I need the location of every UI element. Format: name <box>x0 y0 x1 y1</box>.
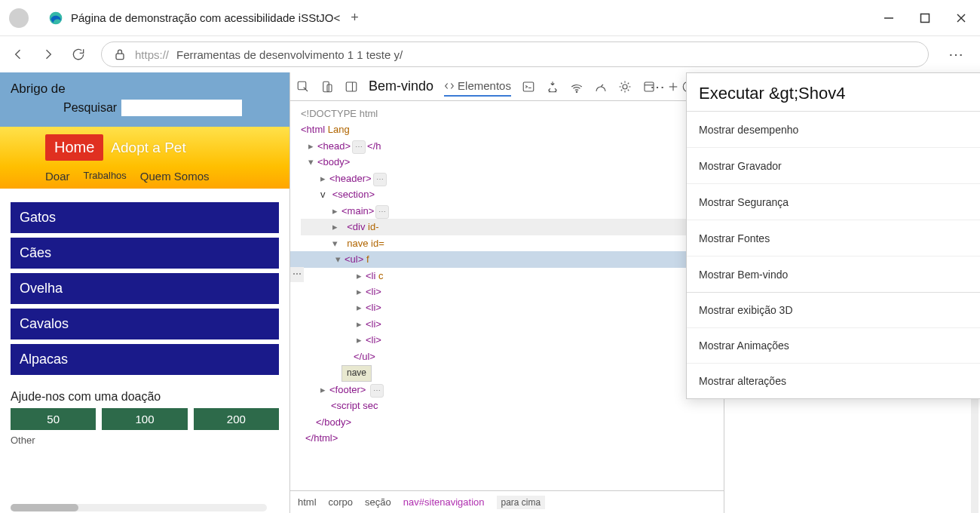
lock-icon <box>112 47 127 62</box>
tab-welcome[interactable]: Bem-vindo <box>369 78 433 94</box>
nav-home[interactable]: Home <box>45 134 103 161</box>
devtools-toolbar: Bem-vindo Elementos ⋯ <box>290 72 724 101</box>
tab-elements[interactable]: Elementos <box>444 79 511 97</box>
bc-nav[interactable]: nav#sitenavigation <box>403 496 485 508</box>
svg-rect-8 <box>327 84 332 92</box>
dropdown-row-label: Mostrar Fontes <box>699 232 770 244</box>
maximize-icon[interactable] <box>920 13 930 23</box>
nav-doar[interactable]: Doar <box>45 170 70 183</box>
nav-adopt[interactable]: Adopt a Pet <box>111 140 185 156</box>
svg-rect-2 <box>921 14 929 22</box>
list-item[interactable]: Ovelha <box>11 273 279 304</box>
address-url: Ferramentas de desenvolvimento 1 1 teste… <box>176 48 403 61</box>
dropdown-row-label: Mostrar desempenho <box>699 124 798 136</box>
search-input[interactable] <box>121 100 242 116</box>
dropdown-row[interactable]: Mostrar desempenhoPainel <box>687 111 980 147</box>
sources-icon[interactable] <box>546 80 559 94</box>
devtools-menu-icon[interactable]: ⋯ <box>645 78 671 96</box>
dropdown-row-label: Mostrar Segurança <box>699 196 789 208</box>
address-bar[interactable]: https://Ferramentas de desenvolvimento 1… <box>101 41 929 67</box>
dropdown-row[interactable]: Mostrar GravadorPainel <box>687 147 980 183</box>
page-nav: Home Adopt a Pet <box>0 127 289 167</box>
bc-body[interactable]: corpo <box>329 496 354 508</box>
list-item[interactable]: Alpacas <box>11 344 279 375</box>
dock-icon[interactable] <box>345 80 358 94</box>
device-icon[interactable] <box>320 80 334 94</box>
dom-tree[interactable]: <!DOCTYPE html <html Lang ▸<head>⋯</h ▾<… <box>290 101 724 490</box>
svg-rect-11 <box>523 82 534 91</box>
donate-title: Ajude-nos com uma doação <box>0 382 289 408</box>
rendered-page: Abrigo de Pesquisar Home Adopt a Pet Doa… <box>0 72 290 513</box>
list-item[interactable]: Gatos <box>11 202 279 233</box>
inspect-icon[interactable] <box>296 80 310 94</box>
nave-pill[interactable]: nave <box>341 365 372 382</box>
performance-icon[interactable] <box>594 80 608 94</box>
svg-point-13 <box>623 84 627 89</box>
svg-point-12 <box>576 91 577 93</box>
dropdown-row-label: Mostrar alterações <box>699 375 786 387</box>
dropdown-row[interactable]: Mostrar Bem-vindoPainel <box>687 256 980 292</box>
dropdown-row[interactable]: Mostrar FontesPainel <box>687 220 980 256</box>
edge-icon <box>48 11 63 26</box>
address-protocol: https:// <box>135 48 169 61</box>
new-tab-button[interactable]: + <box>351 10 359 26</box>
page-brand: Abrigo de <box>11 81 279 97</box>
dropdown-row-label: Mostrar Gravador <box>699 160 782 172</box>
bc-html[interactable]: html <box>298 496 317 508</box>
address-row: https://Ferramentas de desenvolvimento 1… <box>0 36 980 72</box>
browser-menu-icon[interactable]: ⋯ <box>944 45 969 63</box>
list-item[interactable]: Cavalos <box>11 309 279 339</box>
svg-rect-5 <box>116 54 124 60</box>
console-icon[interactable] <box>522 80 535 94</box>
memory-icon[interactable] <box>618 80 632 94</box>
nav-quem[interactable]: Quem Somos <box>140 170 210 183</box>
dropdown-row[interactable]: Mostrar alteraçõesExibição Rápida <box>687 363 980 398</box>
svg-rect-7 <box>323 81 329 92</box>
refresh-icon[interactable] <box>71 47 86 62</box>
donate-50[interactable]: 50 <box>11 408 96 430</box>
bc-section[interactable]: seção <box>365 496 391 508</box>
minimize-icon[interactable] <box>884 13 894 23</box>
dom-breadcrumb: html corpo seção nav#sitenavigation para… <box>290 490 724 513</box>
command-dropdown: Executar &gt;Shov4 Mostrar desempenhoPai… <box>686 72 980 399</box>
search-label: Pesquisar <box>63 101 117 115</box>
network-icon[interactable] <box>570 80 583 94</box>
close-icon[interactable] <box>956 13 966 23</box>
page-horizontal-scrollbar[interactable] <box>11 504 267 511</box>
bc-up[interactable]: para cima <box>497 496 546 509</box>
donate-200[interactable]: 200 <box>194 408 279 430</box>
window-controls <box>884 13 971 23</box>
dropdown-row[interactable]: Mostrar exibição 3DExibição Rápida <box>687 292 980 327</box>
forward-icon[interactable] <box>41 47 56 62</box>
list-item[interactable]: Cães <box>11 238 279 269</box>
dropdown-row[interactable]: Mostrar SegurançaPainel <box>687 183 980 220</box>
dropdown-row[interactable]: Mostrar AnimaçõesExibição Rápida <box>687 327 980 363</box>
user-avatar[interactable] <box>9 8 29 28</box>
browser-tab[interactable]: Página de demonstração com acessibilidad… <box>41 5 366 30</box>
line-menu-icon[interactable]: ⋯ <box>290 267 304 282</box>
dropdown-title: Executar &gt;Shov4 <box>687 73 980 111</box>
donate-100[interactable]: 100 <box>102 408 187 430</box>
dropdown-row-label: Mostrar Animações <box>699 339 789 352</box>
svg-rect-9 <box>346 82 357 91</box>
titlebar: Página de demonstração com acessibilidad… <box>0 0 980 36</box>
nav-trabalhos[interactable]: Trabalhos <box>84 170 127 183</box>
dropdown-row-label: Mostrar exibição 3D <box>699 304 793 316</box>
tab-title: Página de demonstração com acessibilidad… <box>71 11 340 24</box>
back-icon[interactable] <box>11 47 26 62</box>
donate-other[interactable]: Other <box>0 430 289 450</box>
dropdown-row-label: Mostrar Bem-vindo <box>699 269 788 281</box>
code-icon <box>444 81 455 91</box>
devtools: Bem-vindo Elementos ⋯ <!D <box>290 72 980 513</box>
